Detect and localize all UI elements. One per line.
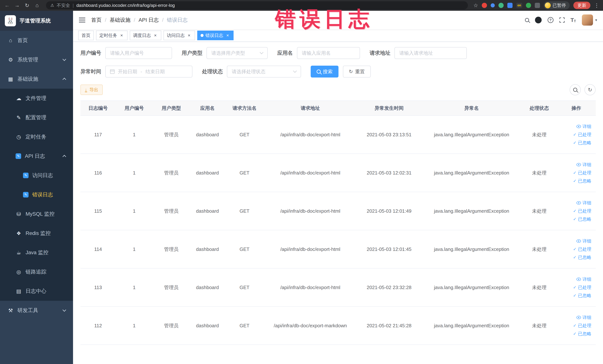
action-detail[interactable]: 详细 [577,315,591,320]
forward-icon[interactable]: → [14,2,20,8]
app-name-input[interactable] [297,47,360,59]
reload-icon[interactable]: ↻ [24,2,30,9]
sidebar-item-infra[interactable]: ▦ 基础设施 [0,69,73,89]
search-button[interactable]: 搜索 [311,66,338,78]
address-bar[interactable]: ⚠ 不安全 | dashboard.yudao.iocoder.cn/infra… [46,1,468,10]
fullscreen-icon[interactable] [559,17,565,23]
check-icon: ✓ [573,209,577,213]
extension-icon-1[interactable] [482,3,487,8]
exception-time-range[interactable]: 开始日期 - 结束日期 [105,66,192,78]
sidebar-item-trace[interactable]: ◎ 链路追踪 [0,262,73,282]
reset-button[interactable]: ↻ 重置 [343,66,371,78]
action-detail[interactable]: 详细 [577,238,591,244]
update-button[interactable]: 更新 [573,2,590,9]
extension-icon-2[interactable] [491,3,495,7]
refresh-table-button[interactable]: ↻ [584,84,596,95]
url-text[interactable]: dashboard.yudao.iocoder.cn/infra/log/api… [76,3,175,8]
action-ignored[interactable]: ✓已忽略 [573,216,591,222]
process-status-select[interactable]: 请选择处理状态 [227,66,301,78]
chevron-down-icon [62,57,66,61]
action-processed[interactable]: ✓已处理 [573,132,591,138]
sidebar-item-system[interactable]: ⚙ 系统管理 [0,50,73,69]
security-label[interactable]: 不安全 [57,2,70,8]
eye-icon [577,239,581,243]
bookmark-star-icon[interactable]: ☆ [474,2,478,9]
sidebar-item-file-manage[interactable]: ☁ 文件管理 [0,89,73,108]
tab-access-log[interactable]: 访问日志 × [163,31,195,40]
home-icon[interactable]: ⌂ [34,2,40,8]
avatar[interactable] [582,14,593,26]
sidebar-item-log-center[interactable]: ▤ 日志中心 [0,282,73,301]
action-detail[interactable]: 详细 [577,200,591,206]
sidebar-item-label: MySQL 监控 [26,211,55,218]
help-icon[interactable]: ? [548,17,554,23]
back-icon[interactable]: ← [4,2,10,8]
extension-icon-on[interactable]: on [516,3,522,8]
action-processed[interactable]: ✓已处理 [573,323,591,329]
user-id-input[interactable] [105,47,172,59]
page-content: 用户编号 用户类型 请选择用户类型 应用名 请求地址 [73,42,603,364]
extension-icon-grid[interactable] [507,3,512,8]
action-detail[interactable]: 详细 [577,124,591,129]
github-icon[interactable] [535,17,542,23]
search-icon[interactable] [525,18,529,22]
sidebar-submenu-infra: ☁ 文件管理 ✎ 配置管理 ◷ 定时任务 ✎ API 日志 ✎ 访问日志 ✎ [0,89,73,301]
logo-image: 🐰 [5,15,16,26]
sidebar-item-scheduled-job[interactable]: ◷ 定时任务 [0,127,73,146]
browser-right-cluster: ☆ on 已暂停 更新 ⋮ [474,1,599,10]
action-processed[interactable]: ✓已处理 [573,284,591,290]
export-button[interactable]: ↓ 导出 [81,84,103,95]
sidebar-item-config-manage[interactable]: ✎ 配置管理 [0,108,73,127]
user-menu[interactable]: ▾ [582,14,597,26]
check-icon: ✓ [573,217,577,222]
action-detail[interactable]: 详细 [577,276,591,282]
sidebar-logo[interactable]: 🐰 芋道管理系统 [0,11,73,31]
sidebar-item-error-log[interactable]: ✎ 错误日志 [0,185,73,204]
browser-menu-icon[interactable]: ⋮ [594,2,599,9]
sidebar-item-java-monitor[interactable]: ☕ Java 监控 [0,243,73,262]
col-user-type: 用户类型 [153,101,190,116]
action-processed[interactable]: ✓已处理 [573,170,591,176]
breadcrumb-api-log[interactable]: API 日志 [139,16,159,23]
extension-icon-green[interactable] [526,3,531,8]
action-processed[interactable]: ✓已处理 [573,208,591,214]
action-ignored[interactable]: ✓已忽略 [573,331,591,337]
tab-job-log[interactable]: 调度日志 × [130,31,161,40]
user-type-select[interactable]: 请选择用户类型 [207,47,268,59]
close-icon[interactable]: × [119,33,124,38]
action-ignored[interactable]: ✓已忽略 [573,254,591,260]
check-icon: ✓ [573,132,577,137]
sidebar-item-dev-tools[interactable]: ⚒ 研发工具 [0,301,73,320]
profile-chip[interactable]: 已暂停 [544,1,570,10]
breadcrumb-home[interactable]: 首页 [91,16,102,23]
error-log-icon: ✎ [23,192,29,198]
close-icon[interactable]: × [153,33,158,38]
extensions-puzzle-icon[interactable] [535,3,540,8]
tab-error-log[interactable]: 错误日志 × [197,31,233,40]
extension-icon-vue[interactable] [499,3,504,8]
action-detail[interactable]: 详细 [577,162,591,168]
hamburger-icon[interactable] [79,18,85,23]
tags-view: 首页 定时任务 × 调度日志 × 访问日志 × 错误日志 × [73,29,603,42]
close-icon[interactable]: × [186,33,192,38]
toggle-search-button[interactable] [570,84,581,95]
col-method: 请求方法名 [225,101,264,116]
api-log-icon: ✎ [16,153,21,159]
close-icon[interactable]: × [225,33,230,38]
col-actions: 操作 [557,101,596,116]
sidebar-item-redis-monitor[interactable]: ❖ Redis 监控 [0,224,73,243]
tab-home[interactable]: 首页 [78,31,94,40]
action-processed[interactable]: ✓已处理 [573,246,591,252]
font-size-icon[interactable]: TT [570,17,576,23]
action-ignored[interactable]: ✓已忽略 [573,293,591,299]
sidebar-item-api-log[interactable]: ✎ API 日志 [0,146,73,166]
sidebar-item-mysql-monitor[interactable]: ⛁ MySQL 监控 [0,204,73,224]
tab-scheduled-job[interactable]: 定时任务 × [96,31,128,40]
breadcrumb-infra[interactable]: 基础设施 [110,16,130,23]
action-ignored[interactable]: ✓已忽略 [573,140,591,146]
sidebar-item-access-log[interactable]: ✎ 访问日志 [0,166,73,185]
action-ignored[interactable]: ✓已忽略 [573,178,591,184]
sidebar-item-home[interactable]: ⌂ 首页 [0,31,73,50]
request-url-input[interactable] [394,47,467,59]
table-row: 113 1 管理员 dashboard GET /api/infra/db-do… [81,268,596,306]
